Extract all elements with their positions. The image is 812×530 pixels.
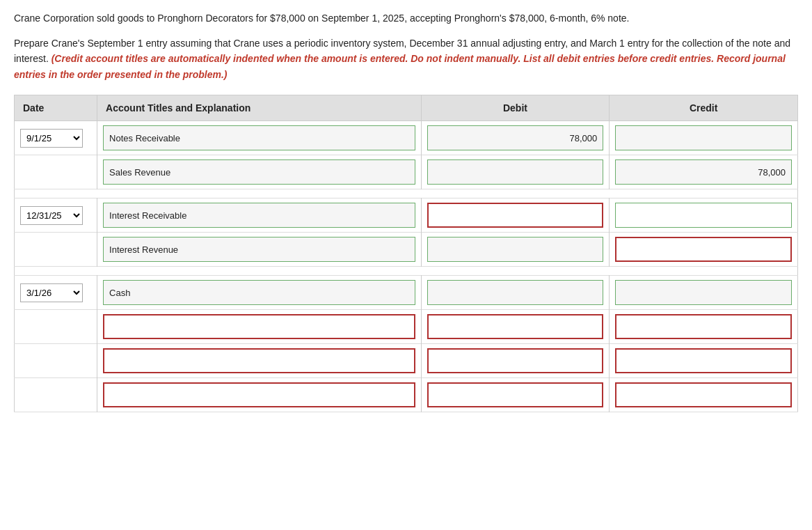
account-cell: Interest Revenue — [97, 233, 422, 267]
date-select[interactable]: 9/1/2512/31/253/1/26 — [20, 129, 83, 148]
debit-input[interactable] — [427, 382, 604, 407]
table-row: 9/1/2512/31/253/1/26Interest Receivable — [15, 198, 798, 233]
account-cell: Notes Receivable — [97, 121, 422, 155]
debit-cell — [421, 276, 610, 310]
debit-cell[interactable] — [421, 310, 610, 344]
account-cell[interactable] — [97, 378, 422, 412]
credit-cell[interactable] — [610, 310, 798, 344]
table-row: 9/1/2512/31/253/1/26Cash — [15, 276, 798, 310]
debit-cell[interactable] — [421, 344, 610, 378]
credit-cell — [610, 121, 798, 155]
credit-cell: 78,000 — [610, 155, 798, 189]
header-date-label: Date — [23, 102, 44, 114]
date-cell[interactable]: 9/1/2512/31/253/1/26 — [15, 198, 97, 233]
header-debit-label: Debit — [503, 102, 527, 114]
credit-input[interactable] — [615, 314, 792, 339]
table-row: Interest Revenue — [15, 233, 798, 267]
credit-display — [615, 125, 792, 150]
account-cell[interactable] — [97, 344, 422, 378]
date-cell — [15, 310, 97, 344]
credit-input[interactable] — [615, 382, 792, 407]
date-select[interactable]: 9/1/2512/31/253/1/26 — [20, 206, 83, 225]
date-cell — [15, 155, 97, 189]
credit-input[interactable] — [615, 203, 792, 228]
debit-cell: 78,000 — [421, 121, 610, 155]
account-cell: Interest Receivable — [97, 198, 422, 233]
debit-input-active[interactable] — [427, 203, 604, 228]
account-display: Sales Revenue — [103, 159, 415, 185]
table-row — [15, 344, 798, 378]
date-cell[interactable]: 9/1/2512/31/253/1/26 — [15, 121, 97, 155]
credit-cell[interactable] — [610, 198, 798, 233]
spacer-row — [15, 267, 798, 276]
spacer-row — [15, 189, 798, 198]
credit-input[interactable] — [615, 348, 792, 373]
account-display: Interest Revenue — [103, 237, 415, 262]
debit-display — [427, 159, 604, 185]
debit-display — [427, 280, 604, 305]
credit-display — [615, 280, 792, 305]
debit-cell[interactable] — [421, 378, 610, 412]
date-cell — [15, 344, 97, 378]
debit-display: 78,000 — [427, 125, 604, 150]
credit-display: 78,000 — [615, 159, 792, 185]
intro-text-1: Crane Corporation sold goods to Pronghor… — [14, 13, 629, 24]
debit-cell — [421, 155, 610, 189]
debit-display — [427, 237, 604, 262]
table-row: 9/1/2512/31/253/1/26Notes Receivable78,0… — [15, 121, 798, 155]
account-display: Cash — [103, 280, 415, 305]
header-account-label: Account Titles and Explanation — [106, 102, 250, 114]
intro-paragraph-1: Crane Corporation sold goods to Pronghor… — [14, 11, 798, 26]
debit-input[interactable] — [427, 348, 604, 373]
date-cell — [15, 233, 97, 267]
header-date: Date — [15, 95, 97, 121]
credit-cell[interactable] — [610, 344, 798, 378]
table-row — [15, 310, 798, 344]
instruction-text-red: (Credit account titles are automatically… — [14, 53, 786, 79]
debit-cell — [421, 233, 610, 267]
table-row — [15, 378, 798, 412]
account-input[interactable] — [103, 382, 415, 407]
credit-input[interactable] — [615, 237, 792, 262]
table-row: Sales Revenue78,000 — [15, 155, 798, 189]
header-account: Account Titles and Explanation — [97, 95, 422, 121]
account-cell: Cash — [97, 276, 422, 310]
journal-table: Date Account Titles and Explanation Debi… — [14, 95, 798, 412]
instruction-paragraph: Prepare Crane's September 1 entry assumi… — [14, 36, 798, 82]
date-cell[interactable]: 9/1/2512/31/253/1/26 — [15, 276, 97, 310]
table-header-row: Date Account Titles and Explanation Debi… — [15, 95, 798, 121]
debit-input[interactable] — [427, 314, 604, 339]
header-debit: Debit — [421, 95, 610, 121]
header-credit-label: Credit — [690, 102, 717, 114]
date-cell — [15, 378, 97, 412]
account-display: Interest Receivable — [103, 203, 415, 228]
account-cell: Sales Revenue — [97, 155, 422, 189]
credit-cell[interactable] — [610, 378, 798, 412]
account-input[interactable] — [103, 314, 415, 339]
account-input[interactable] — [103, 348, 415, 373]
credit-cell[interactable] — [610, 233, 798, 267]
account-display: Notes Receivable — [103, 125, 415, 150]
account-cell[interactable] — [97, 310, 422, 344]
header-credit: Credit — [610, 95, 798, 121]
debit-cell[interactable] — [421, 198, 610, 233]
date-select[interactable]: 9/1/2512/31/253/1/26 — [20, 283, 83, 302]
credit-cell — [610, 276, 798, 310]
